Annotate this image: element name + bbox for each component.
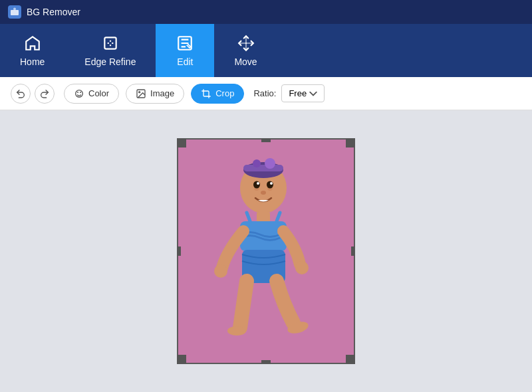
edit-icon [176, 34, 194, 52]
svg-rect-2 [104, 37, 116, 49]
edge-refine-icon [101, 34, 120, 52]
home-icon [23, 34, 42, 52]
crop-corner-tr[interactable] [346, 138, 355, 147]
ratio-label: Ratio: [253, 88, 276, 98]
color-label: Color [88, 88, 109, 98]
canvas-area [0, 110, 532, 392]
nav-item-edge-refine[interactable]: Edge Refine [65, 24, 156, 77]
crop-handle-bottom[interactable] [261, 360, 271, 364]
ratio-group: Ratio: Free [253, 84, 325, 102]
app-icon [8, 5, 21, 19]
crop-handle-left[interactable] [177, 246, 181, 256]
undo-icon [15, 88, 26, 99]
nav-label-edge-refine: Edge Refine [84, 56, 136, 67]
crop-button[interactable]: Crop [191, 84, 244, 104]
title-bar: BG Remover [0, 0, 532, 24]
image-button[interactable]: Image [126, 84, 184, 104]
nav-label-home: Home [20, 56, 45, 67]
crop-corner-bl[interactable] [177, 355, 186, 364]
redo-icon [39, 88, 50, 99]
image-container[interactable] [177, 138, 355, 364]
ratio-value: Free [289, 88, 307, 98]
nav-label-edit: Edit [177, 56, 193, 67]
nav-item-home[interactable]: Home [0, 24, 65, 77]
nav-item-move[interactable]: Move [214, 24, 277, 77]
color-button[interactable]: Color [64, 84, 119, 104]
crop-handle-top[interactable] [261, 138, 271, 142]
nav-bar: Home Edge Refine Edit M [0, 24, 532, 77]
svg-point-1 [13, 8, 16, 11]
crop-icon [201, 88, 211, 99]
crop-label: Crop [215, 88, 234, 98]
nav-item-edit[interactable]: Edit [156, 24, 214, 77]
undo-button[interactable] [11, 84, 31, 104]
undo-redo-group [11, 84, 55, 104]
svg-point-6 [80, 92, 81, 93]
svg-point-8 [139, 91, 140, 92]
chevron-down-icon [309, 90, 317, 98]
crop-overlay[interactable] [177, 138, 355, 364]
svg-point-5 [77, 92, 78, 93]
crop-handle-right[interactable] [351, 246, 355, 256]
image-label: Image [150, 88, 174, 98]
app-title: BG Remover [27, 7, 80, 17]
image-icon [136, 88, 146, 99]
move-icon [237, 34, 255, 52]
color-icon [74, 88, 84, 99]
crop-corner-tl[interactable] [177, 138, 186, 147]
svg-rect-0 [11, 10, 19, 15]
redo-button[interactable] [35, 84, 55, 104]
crop-corner-br[interactable] [346, 355, 355, 364]
toolbar: Color Image Crop Ratio: Free [0, 77, 532, 110]
ratio-select[interactable]: Free [281, 84, 325, 102]
nav-label-move: Move [234, 56, 257, 67]
